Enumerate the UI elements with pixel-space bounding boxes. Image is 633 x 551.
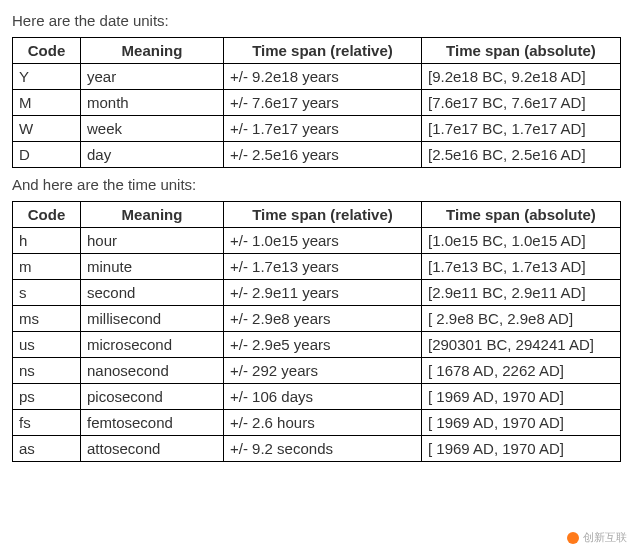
cell-meaning: picosecond (81, 384, 224, 410)
col-abs: Time span (absolute) (422, 202, 621, 228)
cell-rel: +/- 2.6 hours (224, 410, 422, 436)
cell-code: h (13, 228, 81, 254)
table-row: pspicosecond+/- 106 days[ 1969 AD, 1970 … (13, 384, 621, 410)
col-rel: Time span (relative) (224, 202, 422, 228)
intro-date-text: Here are the date units: (12, 12, 621, 29)
cell-abs: [ 1969 AD, 1970 AD] (422, 436, 621, 462)
cell-code: m (13, 254, 81, 280)
date-units-table: Code Meaning Time span (relative) Time s… (12, 37, 621, 168)
col-code: Code (13, 38, 81, 64)
table-row: usmicrosecond+/- 2.9e5 years[290301 BC, … (13, 332, 621, 358)
cell-rel: +/- 1.7e13 years (224, 254, 422, 280)
cell-meaning: week (81, 116, 224, 142)
cell-meaning: month (81, 90, 224, 116)
cell-code: Y (13, 64, 81, 90)
col-meaning: Meaning (81, 38, 224, 64)
table-row: msmillisecond+/- 2.9e8 years[ 2.9e8 BC, … (13, 306, 621, 332)
cell-code: fs (13, 410, 81, 436)
table-row: Mmonth+/- 7.6e17 years[7.6e17 BC, 7.6e17… (13, 90, 621, 116)
table-row: mminute+/- 1.7e13 years[1.7e13 BC, 1.7e1… (13, 254, 621, 280)
cell-abs: [2.5e16 BC, 2.5e16 AD] (422, 142, 621, 168)
cell-code: W (13, 116, 81, 142)
cell-rel: +/- 9.2 seconds (224, 436, 422, 462)
cell-rel: +/- 2.9e8 years (224, 306, 422, 332)
cell-abs: [7.6e17 BC, 7.6e17 AD] (422, 90, 621, 116)
table-row: Wweek+/- 1.7e17 years[1.7e17 BC, 1.7e17 … (13, 116, 621, 142)
table-header-row: Code Meaning Time span (relative) Time s… (13, 202, 621, 228)
cell-rel: +/- 292 years (224, 358, 422, 384)
cell-abs: [2.9e11 BC, 2.9e11 AD] (422, 280, 621, 306)
cell-meaning: minute (81, 254, 224, 280)
cell-rel: +/- 2.9e11 years (224, 280, 422, 306)
cell-meaning: second (81, 280, 224, 306)
table-header-row: Code Meaning Time span (relative) Time s… (13, 38, 621, 64)
cell-abs: [1.7e17 BC, 1.7e17 AD] (422, 116, 621, 142)
table-row: Yyear+/- 9.2e18 years[9.2e18 BC, 9.2e18 … (13, 64, 621, 90)
cell-abs: [ 1969 AD, 1970 AD] (422, 410, 621, 436)
cell-code: ns (13, 358, 81, 384)
col-meaning: Meaning (81, 202, 224, 228)
cell-rel: +/- 106 days (224, 384, 422, 410)
cell-code: ms (13, 306, 81, 332)
cell-meaning: attosecond (81, 436, 224, 462)
table-row: hhour+/- 1.0e15 years[1.0e15 BC, 1.0e15 … (13, 228, 621, 254)
cell-abs: [1.0e15 BC, 1.0e15 AD] (422, 228, 621, 254)
cell-code: s (13, 280, 81, 306)
cell-rel: +/- 7.6e17 years (224, 90, 422, 116)
cell-code: ps (13, 384, 81, 410)
col-abs: Time span (absolute) (422, 38, 621, 64)
cell-rel: +/- 2.5e16 years (224, 142, 422, 168)
cell-abs: [9.2e18 BC, 9.2e18 AD] (422, 64, 621, 90)
col-rel: Time span (relative) (224, 38, 422, 64)
table-row: fsfemtosecond+/- 2.6 hours[ 1969 AD, 197… (13, 410, 621, 436)
table-row: Dday+/- 2.5e16 years[2.5e16 BC, 2.5e16 A… (13, 142, 621, 168)
cell-meaning: femtosecond (81, 410, 224, 436)
table-row: nsnanosecond+/- 292 years[ 1678 AD, 2262… (13, 358, 621, 384)
cell-code: us (13, 332, 81, 358)
cell-meaning: day (81, 142, 224, 168)
cell-abs: [ 1678 AD, 2262 AD] (422, 358, 621, 384)
cell-abs: [ 1969 AD, 1970 AD] (422, 384, 621, 410)
cell-code: D (13, 142, 81, 168)
cell-meaning: hour (81, 228, 224, 254)
time-units-table: Code Meaning Time span (relative) Time s… (12, 201, 621, 462)
cell-code: as (13, 436, 81, 462)
cell-meaning: microsecond (81, 332, 224, 358)
cell-abs: [1.7e13 BC, 1.7e13 AD] (422, 254, 621, 280)
intro-time-text: And here are the time units: (12, 176, 621, 193)
cell-code: M (13, 90, 81, 116)
cell-meaning: millisecond (81, 306, 224, 332)
cell-abs: [ 2.9e8 BC, 2.9e8 AD] (422, 306, 621, 332)
cell-meaning: nanosecond (81, 358, 224, 384)
table-row: asattosecond+/- 9.2 seconds[ 1969 AD, 19… (13, 436, 621, 462)
cell-abs: [290301 BC, 294241 AD] (422, 332, 621, 358)
cell-rel: +/- 9.2e18 years (224, 64, 422, 90)
cell-rel: +/- 2.9e5 years (224, 332, 422, 358)
cell-meaning: year (81, 64, 224, 90)
cell-rel: +/- 1.7e17 years (224, 116, 422, 142)
col-code: Code (13, 202, 81, 228)
table-row: ssecond+/- 2.9e11 years[2.9e11 BC, 2.9e1… (13, 280, 621, 306)
cell-rel: +/- 1.0e15 years (224, 228, 422, 254)
